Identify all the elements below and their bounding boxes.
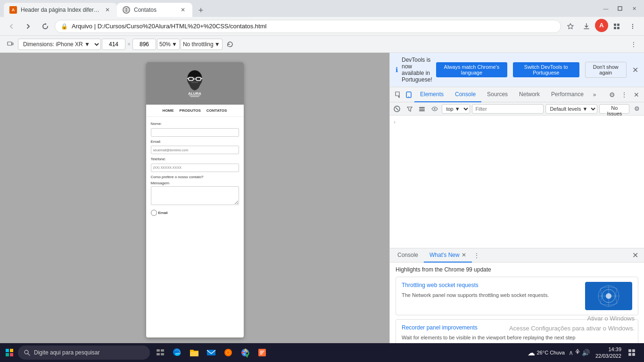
console-eye-button[interactable]	[429, 103, 440, 115]
taskbar-app-firefox[interactable]	[221, 345, 236, 360]
site-nav: HOME PRODUTOS CONTATOS	[146, 105, 244, 117]
start-button[interactable]	[2, 345, 17, 360]
zoom-selector[interactable]: 50% ▼	[157, 39, 180, 50]
devtools-device-toggle[interactable]	[4, 38, 17, 51]
message-textarea[interactable]	[151, 186, 239, 205]
phone-input[interactable]	[151, 164, 239, 172]
email-input[interactable]	[151, 146, 239, 154]
console-prompt[interactable]: ›	[394, 119, 396, 125]
devtools-more-vert-icon[interactable]: ⋮	[619, 89, 630, 100]
console-clear-button[interactable]	[392, 103, 403, 115]
top-context-select[interactable]: top ▼	[442, 104, 470, 114]
taskbar-app-taskview[interactable]	[153, 345, 168, 360]
tab2-close[interactable]: ✕	[179, 6, 187, 14]
whats-new-tab-close[interactable]: ✕	[462, 252, 466, 258]
taskbar-app-editor[interactable]	[255, 345, 270, 360]
taskbar-app-mail[interactable]	[204, 345, 219, 360]
devtools-more-button[interactable]: ⋮	[627, 38, 640, 51]
whats-new-link-2[interactable]: Recorder panel improvements	[402, 324, 632, 331]
notification-center-button[interactable]	[625, 346, 638, 359]
bottom-panel: Console What's New ✕ ⋮ ✕ Highlights from…	[390, 248, 644, 347]
address-text: Arquivo | D:/Cursos/Curso%20Alura/HTML%2…	[72, 23, 555, 30]
tab-network[interactable]: Network	[513, 87, 545, 102]
dont-show-again-button[interactable]: Don't show again	[585, 62, 627, 78]
bottom-panel-more[interactable]: ⋮	[474, 252, 479, 259]
back-button[interactable]	[4, 19, 19, 34]
nav-contacts[interactable]: CONTATOS	[206, 108, 227, 113]
name-input[interactable]	[151, 128, 239, 137]
svg-rect-55	[628, 353, 631, 356]
devtools-close-icon[interactable]: ✕	[631, 89, 642, 100]
bottom-tab-console[interactable]: Console	[392, 248, 424, 263]
sound-icon[interactable]: 🔊	[582, 349, 590, 356]
svg-rect-44	[161, 353, 164, 355]
radio-email-input[interactable]	[151, 210, 157, 216]
tray-expand[interactable]: ∧	[569, 349, 573, 356]
bookmark-star-button[interactable]	[563, 19, 578, 34]
taskbar-search-bar[interactable]: Digite aqui para pesquisar	[18, 346, 150, 360]
reload-button[interactable]	[38, 19, 53, 34]
devtools-device-icon[interactable]	[403, 89, 414, 100]
default-levels-select[interactable]: Default levels ▼	[545, 104, 597, 114]
minimize-button[interactable]: —	[600, 2, 612, 15]
zoom-arrow: ▼	[172, 41, 177, 48]
svg-rect-38	[10, 353, 13, 356]
bottom-tab-whats-new[interactable]: What's New ✕	[424, 248, 472, 263]
clock-date: 22/03/2022	[595, 353, 621, 359]
bottom-panel-close[interactable]: ✕	[628, 251, 642, 260]
switch-portuguese-button[interactable]: Switch DevTools to Portuguese	[513, 62, 579, 77]
console-settings-icon[interactable]	[417, 103, 428, 115]
tab-elements[interactable]: Elements	[414, 87, 449, 102]
tab-console[interactable]: Console	[449, 87, 481, 102]
chrome-menu-button[interactable]	[625, 19, 640, 34]
tab1-close[interactable]: ✕	[104, 6, 111, 14]
tab-sources-label: Sources	[487, 91, 508, 98]
nav-products[interactable]: PRODUTOS	[180, 108, 201, 113]
dimensions-selector[interactable]: Dimensions: iPhone XR ▼	[18, 39, 101, 50]
taskbar-app-edge[interactable]	[170, 345, 185, 360]
devtools-responsive-toolbar: Dimensions: iPhone XR ▼ × 50% ▼ No throt…	[0, 36, 644, 53]
rotate-button[interactable]	[223, 38, 237, 51]
svg-rect-53	[628, 349, 631, 352]
devtools-more-tabs[interactable]: »	[589, 91, 600, 98]
whats-new-link-1[interactable]: Throttling web socket requests	[402, 282, 579, 288]
svg-rect-27	[419, 108, 425, 109]
tab-sources[interactable]: Sources	[481, 87, 513, 102]
address-bar[interactable]: 🔒 Arquivo | D:/Cursos/Curso%20Alura/HTML…	[55, 20, 561, 33]
tab-performance[interactable]: Performance	[545, 87, 589, 102]
extensions-button[interactable]	[609, 19, 624, 34]
no-issues-button[interactable]: No Issues	[599, 104, 629, 114]
weather-widget[interactable]: ☁ 26°C Chuva	[528, 348, 565, 357]
height-input[interactable]	[132, 39, 156, 50]
devtools-inspect-icon[interactable]	[392, 89, 403, 100]
svg-rect-54	[632, 349, 635, 352]
tab-2[interactable]: Contatos ✕	[117, 3, 192, 17]
notification-close[interactable]: ✕	[632, 66, 638, 74]
console-gear-button[interactable]: ⚙	[631, 103, 642, 115]
network-icon[interactable]	[574, 349, 581, 357]
svg-point-9	[632, 25, 633, 26]
bottom-tab-whats-new-label: What's New	[429, 252, 460, 258]
maximize-button[interactable]	[614, 2, 626, 15]
forward-button[interactable]	[21, 19, 36, 34]
taskbar-app-chrome[interactable]	[238, 345, 253, 360]
console-filter-input[interactable]	[472, 104, 544, 114]
new-tab-button[interactable]: +	[194, 4, 207, 17]
nav-home[interactable]: HOME	[163, 108, 174, 113]
system-tray: ☁ 26°C Chuva ∧ 🔊	[528, 348, 592, 357]
match-language-button[interactable]: Always match Chrome's language	[436, 62, 507, 77]
close-button[interactable]: ✕	[628, 2, 640, 15]
throttle-selector[interactable]: No throttling ▼	[181, 39, 223, 50]
svg-rect-43	[157, 353, 160, 355]
profile-button[interactable]: A	[595, 19, 608, 32]
whats-new-item-2: Recorder panel improvements Wait for ele…	[396, 319, 638, 346]
width-input[interactable]	[102, 39, 125, 50]
whats-new-item-2-text: Recorder panel improvements Wait for ele…	[402, 324, 632, 341]
downloads-button[interactable]	[579, 19, 594, 34]
taskbar-app-explorer[interactable]	[187, 345, 202, 360]
svg-rect-36	[10, 349, 13, 352]
tab-1[interactable]: A Header da página Index difere d... ✕	[4, 3, 117, 17]
taskbar-clock[interactable]: 14:39 22/03/2022	[594, 346, 623, 360]
name-label: Nome:	[151, 122, 239, 126]
devtools-settings-icon[interactable]: ⚙	[606, 89, 618, 100]
